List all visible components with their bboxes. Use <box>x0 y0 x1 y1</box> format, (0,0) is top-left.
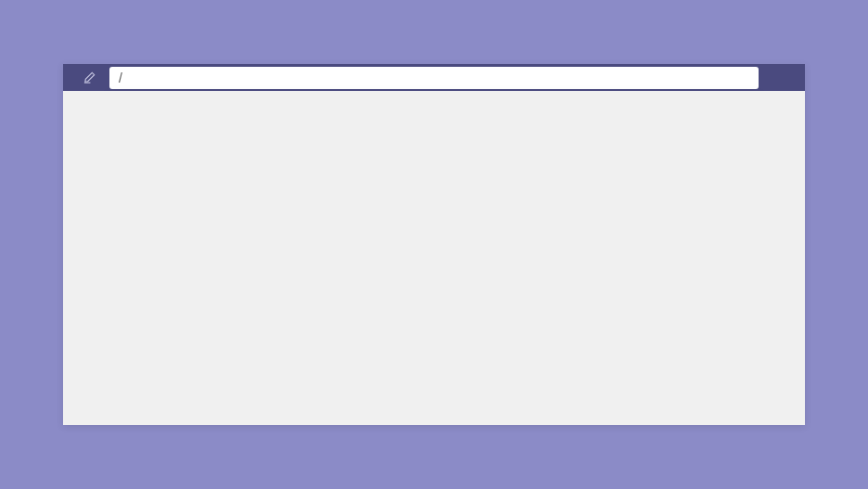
app-window: /activitySee someone's activity/appSearc… <box>63 64 805 425</box>
search-input[interactable] <box>109 67 759 89</box>
content-area <box>63 91 805 425</box>
main-wrapper: /activitySee someone's activity/appSearc… <box>63 64 805 425</box>
header-bar <box>63 64 805 91</box>
compose-icon[interactable] <box>82 71 96 85</box>
search-container <box>109 67 759 89</box>
